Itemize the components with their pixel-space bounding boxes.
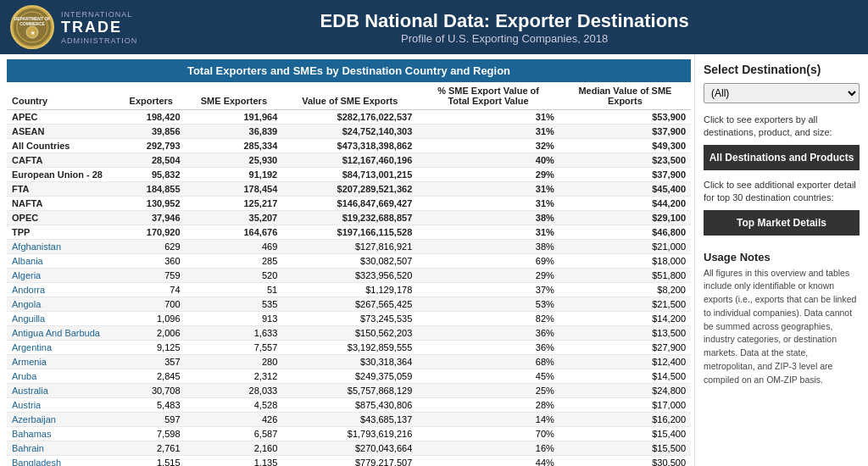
- cell-sme-exporters: 285,334: [186, 139, 283, 153]
- logo-administration: ADMINISTRATION: [61, 36, 137, 45]
- cell-value-sme: $875,430,806: [282, 398, 417, 413]
- cell-median: $8,200: [559, 283, 691, 297]
- cell-exporters: 597: [117, 413, 186, 427]
- main-content: Total Exporters and SMEs by Destination …: [0, 54, 868, 466]
- cell-pct: 53%: [417, 297, 559, 312]
- cell-sme-exporters: 36,839: [186, 125, 283, 139]
- cell-pct: 70%: [417, 427, 559, 441]
- header-title: EDB National Data: Exporter Destinations…: [151, 10, 858, 45]
- cell-exporters: 357: [117, 355, 186, 369]
- cell-value-sme: $127,816,921: [282, 240, 417, 254]
- cell-value-sme: $5,757,868,129: [282, 384, 417, 398]
- cell-country: ASEAN: [7, 125, 117, 139]
- cell-sme-exporters: 913: [186, 312, 283, 326]
- cell-exporters: 74: [117, 283, 186, 297]
- col-country: Country: [7, 82, 117, 110]
- cell-sme-exporters: 51: [186, 283, 283, 297]
- cell-median: $37,900: [559, 125, 691, 139]
- cell-country: TPP: [7, 225, 117, 240]
- cell-value-sme: $323,956,520: [282, 269, 417, 283]
- cell-median: $49,300: [559, 139, 691, 153]
- cell-pct: 16%: [417, 441, 559, 456]
- cell-pct: 69%: [417, 254, 559, 269]
- cell-sme-exporters: 426: [186, 413, 283, 427]
- click-label-2: Click to see additional exporter detail …: [704, 179, 860, 205]
- page-subtitle: Profile of U.S. Exporting Companies, 201…: [151, 32, 858, 45]
- cell-exporters: 39,856: [117, 125, 186, 139]
- cell-pct: 31%: [417, 225, 559, 240]
- cell-sme-exporters: 2,312: [186, 369, 283, 384]
- logo-seal: DEPARTMENT OF COMMERCE ★: [10, 5, 54, 49]
- cell-sme-exporters: 125,217: [186, 197, 283, 211]
- cell-value-sme: $197,166,115,528: [282, 225, 417, 240]
- table-row: ASEAN 39,856 36,839 $24,752,140,303 31% …: [7, 125, 691, 139]
- all-destinations-button[interactable]: All Destinations and Products: [704, 145, 860, 170]
- cell-country: Armenia: [7, 355, 117, 369]
- cell-exporters: 700: [117, 297, 186, 312]
- table-row: Armenia 357 280 $30,318,364 68% $12,400: [7, 355, 691, 369]
- cell-exporters: 629: [117, 240, 186, 254]
- cell-median: $37,900: [559, 168, 691, 182]
- cell-pct: 37%: [417, 283, 559, 297]
- cell-country: Bangladesh: [7, 456, 117, 467]
- cell-median: $18,000: [559, 254, 691, 269]
- destination-select[interactable]: (All): [704, 83, 860, 103]
- cell-value-sme: $12,167,460,196: [282, 153, 417, 168]
- cell-sme-exporters: 469: [186, 240, 283, 254]
- cell-exporters: 198,420: [117, 110, 186, 125]
- logo-trade: TRADE: [61, 19, 137, 36]
- cell-country: Algeria: [7, 269, 117, 283]
- table-row: Bahamas 7,598 6,587 $1,793,619,216 70% $…: [7, 427, 691, 441]
- table-row: Aruba 2,845 2,312 $249,375,059 45% $14,5…: [7, 369, 691, 384]
- cell-exporters: 170,920: [117, 225, 186, 240]
- cell-median: $46,800: [559, 225, 691, 240]
- cell-median: $29,100: [559, 211, 691, 225]
- cell-value-sme: $1,793,619,216: [282, 427, 417, 441]
- cell-pct: 45%: [417, 369, 559, 384]
- cell-pct: 36%: [417, 326, 559, 341]
- cell-country: Argentina: [7, 341, 117, 355]
- cell-sme-exporters: 7,557: [186, 341, 283, 355]
- cell-country: Austria: [7, 398, 117, 413]
- table-row: Australia 30,708 28,033 $5,757,868,129 2…: [7, 384, 691, 398]
- cell-exporters: 7,598: [117, 427, 186, 441]
- cell-country: Angola: [7, 297, 117, 312]
- table-row: Angola 700 535 $267,565,425 53% $21,500: [7, 297, 691, 312]
- sidebar-title: Select Destination(s): [704, 63, 860, 76]
- table-row: Afghanistan 629 469 $127,816,921 38% $21…: [7, 240, 691, 254]
- cell-sme-exporters: 35,207: [186, 211, 283, 225]
- cell-country: OPEC: [7, 211, 117, 225]
- usage-notes-text: All figures in this overview and tables …: [704, 267, 860, 387]
- cell-median: $15,500: [559, 441, 691, 456]
- cell-median: $21,500: [559, 297, 691, 312]
- cell-country: European Union - 28: [7, 168, 117, 182]
- table-header-row: Country Exporters SME Exporters Value of…: [7, 82, 691, 110]
- cell-value-sme: $1,129,178: [282, 283, 417, 297]
- cell-country: Australia: [7, 384, 117, 398]
- cell-country: Bahamas: [7, 427, 117, 441]
- cell-value-sme: $207,289,521,362: [282, 182, 417, 197]
- table-area[interactable]: Total Exporters and SMEs by Destination …: [0, 54, 694, 466]
- cell-country: Antigua And Barbuda: [7, 326, 117, 341]
- cell-median: $51,800: [559, 269, 691, 283]
- top-market-button[interactable]: Top Market Details: [704, 210, 860, 236]
- cell-sme-exporters: 2,160: [186, 441, 283, 456]
- table-row: Antigua And Barbuda 2,006 1,633 $150,562…: [7, 326, 691, 341]
- page-title: EDB National Data: Exporter Destinations: [151, 10, 858, 32]
- cell-sme-exporters: 28,033: [186, 384, 283, 398]
- cell-value-sme: $249,375,059: [282, 369, 417, 384]
- cell-exporters: 184,855: [117, 182, 186, 197]
- cell-pct: 32%: [417, 139, 559, 153]
- cell-value-sme: $24,752,140,303: [282, 125, 417, 139]
- cell-exporters: 28,504: [117, 153, 186, 168]
- cell-sme-exporters: 520: [186, 269, 283, 283]
- cell-median: $30,500: [559, 456, 691, 467]
- cell-country: APEC: [7, 110, 117, 125]
- col-exporters: Exporters: [117, 82, 186, 110]
- cell-median: $15,400: [559, 427, 691, 441]
- data-table: Country Exporters SME Exporters Value of…: [7, 82, 691, 466]
- cell-median: $53,900: [559, 110, 691, 125]
- logo-international: INTERNATIONAL: [61, 10, 137, 19]
- cell-sme-exporters: 25,930: [186, 153, 283, 168]
- cell-value-sme: $473,318,398,862: [282, 139, 417, 153]
